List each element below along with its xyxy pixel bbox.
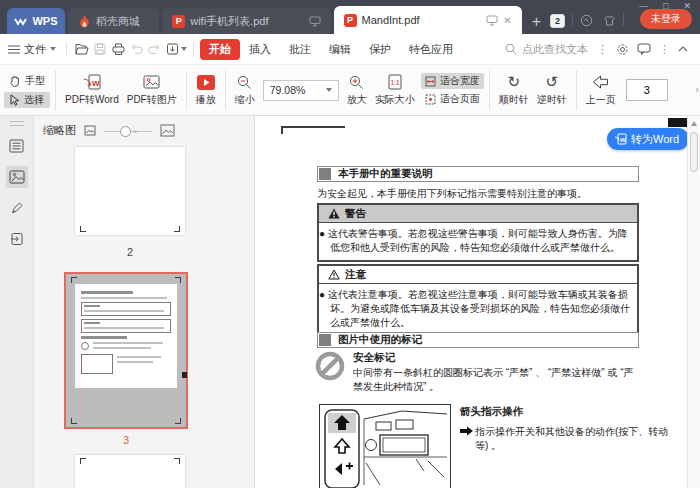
preview-warning-box [81, 302, 171, 316]
skin-theme-icon[interactable] [603, 14, 616, 27]
large-thumbnails-icon[interactable] [160, 124, 175, 137]
zoom-level-select[interactable]: 79.08% [263, 80, 339, 101]
pdf-to-image-button[interactable]: PDF转图片 [123, 73, 181, 107]
fit-page-button[interactable]: 适合页面 [421, 91, 484, 107]
zoom-in-label: 放大 [347, 93, 367, 107]
fit-width-button[interactable]: 适合宽度 [421, 73, 484, 89]
scroll-up-arrow[interactable] [691, 121, 697, 126]
redo-icon[interactable] [145, 41, 163, 57]
file-menu-button[interactable]: 文件 [8, 42, 56, 57]
pdf-to-word-button[interactable]: W PDF转Word [61, 73, 123, 107]
zoom-out-button[interactable]: 缩小 [231, 73, 259, 107]
tab-comment[interactable]: 批注 [280, 39, 320, 60]
find-text-placeholder: 点此查找文本 [522, 42, 588, 57]
pdf-page-view[interactable]: W 转为Word 本手册中的重要说明 为安全起见，本手册使用下列标记指示需要特别… [255, 116, 687, 488]
close-window-button[interactable]: ✕ [683, 1, 691, 12]
page-crop-mark [281, 126, 345, 134]
collapse-ribbon-icon[interactable] [678, 46, 688, 52]
find-text-box[interactable]: 点此查找文本 ⋮ [505, 42, 612, 57]
page-3-preview [75, 284, 177, 388]
export-panel-icon[interactable] [6, 228, 28, 250]
page-2-thumbnail[interactable] [75, 147, 185, 235]
crop-mark [80, 226, 86, 232]
more-options-icon[interactable]: ⋮ [597, 43, 608, 56]
toolbar-overflow-icon[interactable]: › [695, 83, 699, 95]
settings-gear-icon[interactable] [616, 43, 629, 56]
tab-home[interactable]: 开始 [200, 39, 240, 60]
vertical-scrollbar[interactable] [687, 116, 700, 488]
crop-mark [175, 277, 181, 283]
preview-heading [81, 336, 127, 339]
minimize-button[interactable]: — [639, 1, 648, 12]
print-icon[interactable] [109, 41, 127, 57]
arrow-operation-block: 箭头指示操作 指示操作开关和其他设备的动作(按下、转动等) 。 [460, 404, 672, 453]
thick-right-arrow-icon [460, 426, 473, 436]
convert-to-word-button[interactable]: W 转为Word [607, 128, 687, 150]
share-to-phone-icon[interactable] [580, 14, 593, 27]
undo-icon[interactable] [127, 41, 145, 57]
actual-size-button[interactable]: 1:1 实际大小 [371, 73, 419, 107]
rotate-clockwise-button[interactable]: ↻ 顺时针 [495, 73, 533, 107]
save-as-icon[interactable] [163, 41, 181, 57]
warning-title: 警告 [345, 207, 366, 221]
zoom-in-button[interactable]: 放大 [343, 73, 371, 107]
outline-panel-icon[interactable] [6, 135, 28, 157]
divider [66, 42, 67, 56]
thumbnail-panel: 缩略图 2 [34, 116, 255, 488]
tab-mandint-pdf-active[interactable]: P MandInt.pdf ✕ [334, 6, 522, 34]
slider-knob[interactable] [120, 126, 131, 137]
annotation-pen-icon[interactable] [6, 197, 28, 219]
content-area: 缩略图 2 [0, 116, 700, 488]
panel-drag-handle[interactable] [10, 121, 24, 126]
maximize-button[interactable]: □ [663, 1, 668, 12]
page-3-thumbnail-selected[interactable] [64, 272, 188, 429]
crop-mark [80, 458, 86, 464]
tab-wps-home[interactable]: WPS [7, 8, 65, 34]
play-icon [197, 75, 215, 90]
tab-featured-apps[interactable]: 特色应用 [400, 39, 462, 60]
tab-count-badge[interactable]: 2 [550, 14, 565, 28]
new-tab-button[interactable]: + [532, 15, 541, 29]
open-file-icon[interactable] [73, 41, 91, 57]
login-button[interactable]: 未登录 [640, 9, 692, 29]
rotate-cw-icon: ↻ [507, 74, 520, 90]
chevron-down-icon[interactable] [181, 47, 187, 51]
small-thumbnails-icon[interactable] [84, 125, 96, 136]
preview-heading [81, 291, 133, 294]
actual-size-label: 实际大小 [375, 93, 415, 107]
rotate-counterclockwise-button[interactable]: ↺ 逆时针 [533, 73, 571, 107]
chevron-down-icon [326, 88, 332, 92]
tab-docer-mall[interactable]: 稻壳商城 [68, 8, 159, 34]
heading-square-bullet [319, 334, 331, 346]
word-convert-icon: W [614, 133, 627, 145]
tab-insert[interactable]: 插入 [240, 39, 280, 60]
play-slideshow-button[interactable]: 播放 [192, 73, 220, 107]
scrollbar-thumb[interactable] [690, 132, 698, 172]
tab-protect[interactable]: 保护 [360, 39, 400, 60]
thumbnail-panel-icon[interactable] [6, 166, 28, 188]
monitor-icon[interactable] [486, 15, 498, 26]
close-tab-icon[interactable]: ✕ [503, 15, 511, 26]
svg-text:1:1: 1:1 [390, 79, 399, 86]
preview-figure-row [81, 354, 171, 374]
hand-tool-button[interactable]: 手型 [4, 73, 50, 89]
page-4-thumbnail[interactable] [75, 455, 185, 488]
tab-edit[interactable]: 编辑 [320, 39, 360, 60]
caution-header: 注意 [319, 266, 637, 284]
previous-page-button[interactable]: 上一页 [582, 73, 620, 107]
page-number-input[interactable] [626, 79, 668, 101]
wps-pdf-window: — □ ✕ WPS 稻壳商城 P wifi手机列表.pdf P MandInt.… [0, 0, 700, 488]
save-icon[interactable] [91, 41, 109, 57]
tab-wifi-list-pdf[interactable]: P wifi手机列表.pdf [162, 8, 330, 34]
thumbnail-panel-title: 缩略图 [43, 123, 76, 138]
fit-width-label: 适合宽度 [440, 74, 480, 88]
select-tool-button[interactable]: 选择 [4, 92, 50, 108]
more-menu-icon[interactable]: ⋮ [659, 43, 670, 56]
thumbnail-panel-header: 缩略图 [34, 116, 254, 138]
divider [623, 13, 624, 26]
page-3-label: 3 [64, 434, 188, 446]
feedback-comment-icon[interactable] [637, 43, 651, 55]
thumbnail-size-slider[interactable] [104, 125, 152, 137]
convert-to-word-label: 转为Word [631, 132, 679, 147]
page-edge-tab [182, 372, 187, 378]
